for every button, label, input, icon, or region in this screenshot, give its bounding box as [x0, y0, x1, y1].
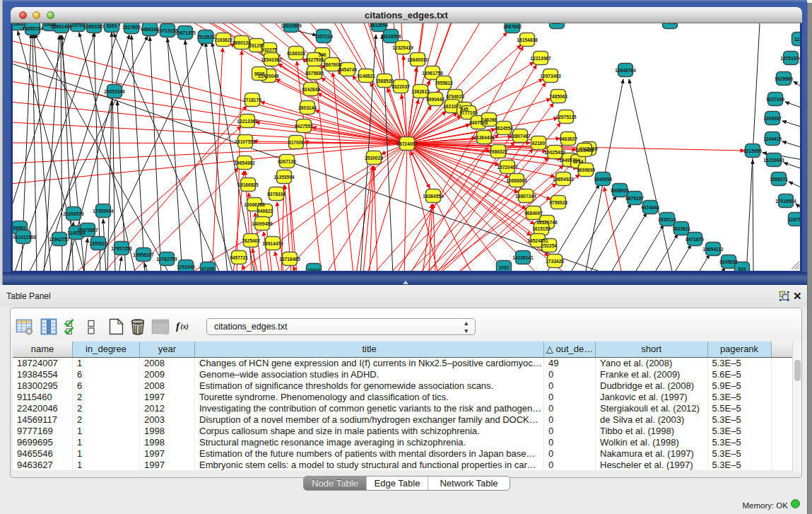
svg-text:17359934: 17359934: [93, 209, 114, 214]
svg-text:7163822: 7163822: [214, 37, 233, 42]
svg-text:8322037: 8322037: [392, 84, 410, 89]
svg-text:7986322: 7986322: [489, 149, 507, 154]
svg-text:8244: 8244: [573, 159, 584, 164]
svg-text:15720407: 15720407: [497, 165, 518, 170]
svg-text:8471676: 8471676: [686, 237, 704, 242]
svg-text:2935114: 2935114: [658, 217, 676, 222]
svg-text:7515526: 7515526: [196, 35, 215, 40]
svg-text:19384554: 19384554: [423, 194, 444, 199]
svg-text:116753: 116753: [788, 217, 800, 222]
svg-text:3624554: 3624554: [495, 126, 513, 131]
svg-text:9327508: 9327508: [305, 57, 324, 62]
svg-text:9329966: 9329966: [775, 76, 793, 81]
svg-text:8378334: 8378334: [267, 192, 286, 197]
svg-text:252254: 252254: [541, 243, 557, 248]
svg-text:16975857: 16975857: [77, 228, 98, 233]
svg-text:1733426: 1733426: [546, 259, 564, 264]
svg-text:1244415: 1244415: [763, 136, 782, 141]
svg-text:16210643: 16210643: [763, 158, 784, 163]
svg-text:12975115: 12975115: [556, 115, 577, 119]
svg-text:94502: 94502: [664, 23, 677, 25]
svg-text:2803144: 2803144: [298, 105, 317, 110]
svg-text:16120746: 16120746: [536, 220, 558, 225]
svg-text:7625402: 7625402: [242, 238, 260, 243]
svg-text:924: 924: [738, 267, 746, 271]
svg-text:1615152: 1615152: [532, 226, 551, 231]
svg-text:9227349: 9227349: [766, 97, 784, 102]
svg-text:10688609: 10688609: [506, 178, 527, 183]
svg-text:6879197: 6879197: [625, 196, 644, 201]
svg-text:1588520: 1588520: [375, 78, 394, 83]
svg-text:9463627: 9463627: [559, 136, 577, 141]
svg-text:9896: 9896: [254, 71, 265, 76]
svg-text:14055724: 14055724: [22, 26, 43, 31]
svg-text:1640954: 1640954: [594, 177, 612, 182]
svg-text:20053346: 20053346: [104, 89, 125, 94]
svg-text:19654923: 19654923: [553, 177, 574, 182]
svg-text:2687682: 2687682: [503, 24, 522, 29]
svg-text:8186328: 8186328: [287, 51, 305, 56]
svg-text:10046788: 10046788: [244, 202, 265, 207]
svg-text:7485063: 7485063: [549, 94, 567, 99]
svg-text:20691406: 20691406: [51, 24, 72, 29]
svg-text:9474444: 9474444: [641, 205, 659, 210]
svg-text:11353594: 11353594: [274, 175, 295, 180]
svg-text:7955812: 7955812: [435, 81, 453, 86]
svg-text:1117: 1117: [794, 37, 800, 42]
svg-text:10807487: 10807487: [510, 134, 531, 139]
svg-text:12942757: 12942757: [49, 237, 70, 242]
svg-text:8375685: 8375685: [305, 71, 324, 76]
svg-text:1621072: 1621072: [443, 104, 461, 109]
svg-text:62160: 62160: [532, 141, 546, 146]
svg-text:546: 546: [318, 52, 326, 57]
svg-text:2867608: 2867608: [323, 62, 341, 67]
svg-text:(x): (x): [181, 323, 189, 331]
svg-text:16914479: 16914479: [262, 241, 283, 246]
svg-text:8134: 8134: [552, 23, 563, 25]
svg-text:7357224: 7357224: [314, 34, 333, 39]
svg-text:1209387: 1209387: [763, 116, 782, 121]
svg-text:16107552: 16107552: [235, 139, 256, 144]
svg-text:1350515: 1350515: [89, 241, 107, 246]
svg-text:1615468: 1615468: [575, 148, 594, 153]
svg-text:13716485: 13716485: [279, 257, 300, 262]
svg-text:10025438: 10025438: [544, 150, 565, 155]
svg-text:9777169: 9777169: [459, 110, 478, 115]
svg-text:88501: 88501: [13, 226, 27, 230]
svg-text:9457721: 9457721: [230, 255, 248, 260]
svg-text:19166825: 19166825: [237, 182, 259, 187]
svg-text:746266: 746266: [481, 117, 497, 122]
svg-text:18724007: 18724007: [396, 141, 418, 146]
svg-text:8215955: 8215955: [743, 148, 762, 153]
svg-text:14099489: 14099489: [252, 221, 273, 226]
svg-text:10958107: 10958107: [133, 252, 154, 257]
svg-text:16648784: 16648784: [615, 68, 636, 73]
svg-text:10654112: 10654112: [703, 247, 724, 252]
svg-text:932275: 932275: [261, 47, 277, 52]
svg-text:20206576: 20206576: [63, 211, 84, 216]
svg-text:12213369: 12213369: [237, 119, 258, 124]
svg-text:1362615: 1362615: [411, 89, 430, 94]
svg-text:8454749: 8454749: [339, 67, 357, 72]
svg-text:1527602: 1527602: [122, 25, 141, 30]
svg-text:1092: 1092: [499, 265, 510, 270]
svg-text:16543362: 16543362: [261, 57, 282, 62]
svg-text:8990443: 8990443: [426, 97, 445, 102]
svg-text:21364436: 21364436: [473, 135, 495, 140]
svg-text:16961758: 16961758: [422, 71, 443, 76]
svg-text:19753: 19753: [71, 23, 85, 28]
svg-text:16033809: 16033809: [281, 23, 302, 28]
svg-text:8813054: 8813054: [370, 23, 388, 28]
svg-text:8363: 8363: [107, 23, 117, 28]
svg-text:15751074: 15751074: [780, 56, 800, 61]
svg-text:10923: 10923: [307, 268, 321, 271]
svg-text:1569271: 1569271: [770, 177, 788, 182]
svg-text:3911411568: 3911411568: [13, 235, 36, 240]
svg-text:12325419: 12325419: [392, 45, 413, 50]
svg-text:1292346: 1292346: [177, 264, 195, 269]
svg-text:9684067: 9684067: [524, 211, 543, 216]
svg-text:19654982: 19654982: [234, 160, 255, 165]
svg-text:18807249: 18807249: [515, 194, 536, 199]
svg-text:8427552: 8427552: [295, 124, 313, 129]
svg-text:10973493: 10973493: [540, 74, 561, 78]
